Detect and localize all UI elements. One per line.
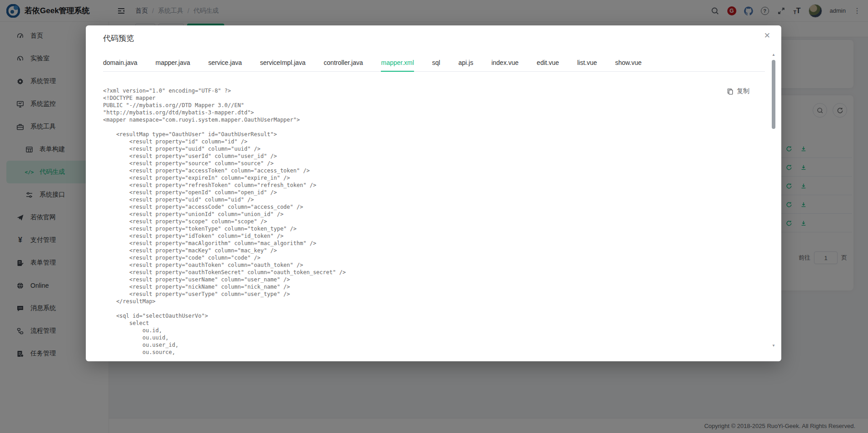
tab-api-js[interactable]: api.js — [459, 59, 473, 71]
tab-mapper-xml[interactable]: mapper.xml — [381, 59, 414, 72]
close-icon[interactable]: ✕ — [764, 32, 770, 39]
tab-controller-java[interactable]: controller.java — [324, 59, 363, 71]
scroll-down-icon[interactable]: ▼ — [771, 344, 776, 348]
tab-service-java[interactable]: service.java — [208, 59, 242, 71]
code-preview-dialog: 代码预览 ✕ domain.java mapper.java service.j… — [86, 25, 781, 361]
tab-domain-java[interactable]: domain.java — [103, 59, 138, 71]
tab-mapper-java[interactable]: mapper.java — [156, 59, 190, 71]
tab-serviceimpl-java[interactable]: serviceImpl.java — [260, 59, 306, 71]
tab-sql[interactable]: sql — [432, 59, 440, 71]
file-tabs: domain.java mapper.java service.java ser… — [103, 59, 681, 72]
scroll-up-icon[interactable]: ▲ — [771, 53, 776, 57]
app-screen: 若依Geek管理系统 首页 / 系统工具 / 代码生成 G ? TT — [0, 0, 868, 433]
tab-list-vue[interactable]: list.vue — [577, 59, 597, 71]
tab-show-vue[interactable]: show.vue — [615, 59, 641, 71]
tab-edit-vue[interactable]: edit.vue — [537, 59, 559, 71]
scrollbar-thumb[interactable] — [772, 60, 775, 129]
code-content: <?xml version="1.0" encoding="UTF-8" ?> … — [103, 87, 754, 356]
dialog-title: 代码预览 — [103, 33, 134, 44]
code-viewer[interactable]: <?xml version="1.0" encoding="UTF-8" ?> … — [103, 87, 754, 359]
tab-index-vue[interactable]: index.vue — [491, 59, 518, 71]
